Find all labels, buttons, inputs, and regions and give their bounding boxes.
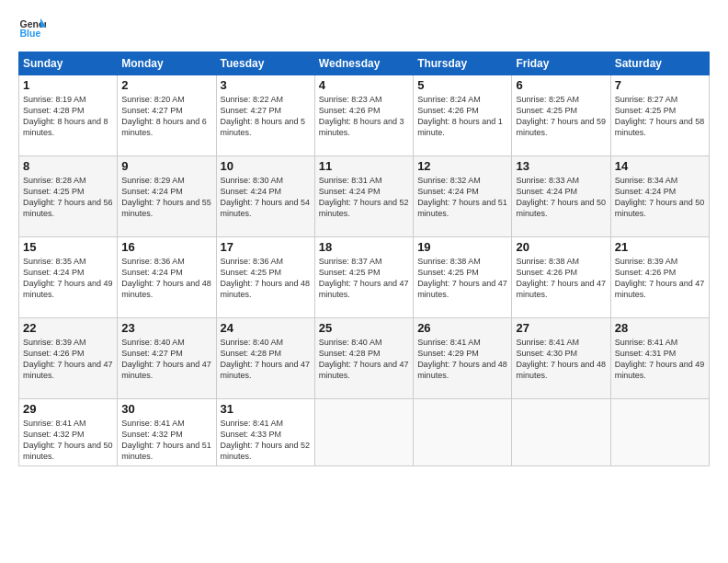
day-number: 25 xyxy=(319,321,409,335)
week-row-5: 29Sunrise: 8:41 AMSunset: 4:32 PMDayligh… xyxy=(19,399,710,466)
empty-cell xyxy=(414,399,512,466)
day-info: Sunrise: 8:40 AMSunset: 4:28 PMDaylight:… xyxy=(221,337,311,382)
day-info: Sunrise: 8:37 AMSunset: 4:25 PMDaylight:… xyxy=(319,256,409,301)
day-cell-12: 12Sunrise: 8:32 AMSunset: 4:24 PMDayligh… xyxy=(414,156,512,237)
day-number: 19 xyxy=(417,240,507,254)
day-number: 10 xyxy=(221,159,311,173)
day-cell-19: 19Sunrise: 8:38 AMSunset: 4:25 PMDayligh… xyxy=(414,237,512,318)
day-cell-21: 21Sunrise: 8:39 AMSunset: 4:26 PMDayligh… xyxy=(610,237,709,318)
day-number: 11 xyxy=(319,159,409,173)
day-info: Sunrise: 8:35 AMSunset: 4:24 PMDaylight:… xyxy=(23,256,113,301)
day-cell-30: 30Sunrise: 8:41 AMSunset: 4:32 PMDayligh… xyxy=(118,399,216,466)
day-cell-18: 18Sunrise: 8:37 AMSunset: 4:25 PMDayligh… xyxy=(314,237,413,318)
weekday-thursday: Thursday xyxy=(414,52,512,75)
day-number: 17 xyxy=(221,240,311,254)
day-number: 15 xyxy=(23,240,113,254)
day-info: Sunrise: 8:41 AMSunset: 4:32 PMDaylight:… xyxy=(23,418,113,463)
day-cell-25: 25Sunrise: 8:40 AMSunset: 4:28 PMDayligh… xyxy=(314,318,413,399)
day-cell-27: 27Sunrise: 8:41 AMSunset: 4:30 PMDayligh… xyxy=(512,318,610,399)
weekday-saturday: Saturday xyxy=(610,52,709,75)
day-number: 2 xyxy=(121,78,211,92)
day-cell-11: 11Sunrise: 8:31 AMSunset: 4:24 PMDayligh… xyxy=(314,156,413,237)
day-number: 31 xyxy=(221,402,311,416)
day-number: 18 xyxy=(319,240,409,254)
day-number: 30 xyxy=(121,402,211,416)
day-info: Sunrise: 8:41 AMSunset: 4:31 PMDaylight:… xyxy=(615,337,705,382)
day-number: 26 xyxy=(417,321,507,335)
week-row-1: 1Sunrise: 8:19 AMSunset: 4:28 PMDaylight… xyxy=(19,75,710,156)
day-info: Sunrise: 8:36 AMSunset: 4:24 PMDaylight:… xyxy=(121,256,211,301)
day-number: 23 xyxy=(121,321,211,335)
day-cell-6: 6Sunrise: 8:25 AMSunset: 4:25 PMDaylight… xyxy=(512,75,610,156)
day-info: Sunrise: 8:23 AMSunset: 4:26 PMDaylight:… xyxy=(319,94,409,139)
day-cell-22: 22Sunrise: 8:39 AMSunset: 4:26 PMDayligh… xyxy=(19,318,118,399)
day-number: 24 xyxy=(221,321,311,335)
logo-icon: General Blue xyxy=(18,15,46,42)
day-info: Sunrise: 8:36 AMSunset: 4:25 PMDaylight:… xyxy=(221,256,311,301)
day-info: Sunrise: 8:39 AMSunset: 4:26 PMDaylight:… xyxy=(23,337,113,382)
day-number: 22 xyxy=(23,321,113,335)
day-info: Sunrise: 8:33 AMSunset: 4:24 PMDaylight:… xyxy=(516,175,606,220)
day-number: 7 xyxy=(615,78,705,92)
day-info: Sunrise: 8:39 AMSunset: 4:26 PMDaylight:… xyxy=(615,256,705,301)
weekday-wednesday: Wednesday xyxy=(314,52,413,75)
day-info: Sunrise: 8:34 AMSunset: 4:24 PMDaylight:… xyxy=(615,175,705,220)
day-cell-1: 1Sunrise: 8:19 AMSunset: 4:28 PMDaylight… xyxy=(19,75,118,156)
day-cell-4: 4Sunrise: 8:23 AMSunset: 4:26 PMDaylight… xyxy=(314,75,413,156)
day-info: Sunrise: 8:38 AMSunset: 4:25 PMDaylight:… xyxy=(417,256,507,301)
day-info: Sunrise: 8:41 AMSunset: 4:29 PMDaylight:… xyxy=(417,337,507,382)
day-number: 8 xyxy=(23,159,113,173)
day-info: Sunrise: 8:25 AMSunset: 4:25 PMDaylight:… xyxy=(516,94,606,139)
day-cell-15: 15Sunrise: 8:35 AMSunset: 4:24 PMDayligh… xyxy=(19,237,118,318)
day-info: Sunrise: 8:40 AMSunset: 4:28 PMDaylight:… xyxy=(319,337,409,382)
day-cell-28: 28Sunrise: 8:41 AMSunset: 4:31 PMDayligh… xyxy=(610,318,709,399)
day-info: Sunrise: 8:32 AMSunset: 4:24 PMDaylight:… xyxy=(417,175,507,220)
day-cell-14: 14Sunrise: 8:34 AMSunset: 4:24 PMDayligh… xyxy=(610,156,709,237)
day-info: Sunrise: 8:41 AMSunset: 4:32 PMDaylight:… xyxy=(121,418,211,463)
day-cell-5: 5Sunrise: 8:24 AMSunset: 4:26 PMDaylight… xyxy=(414,75,512,156)
day-info: Sunrise: 8:24 AMSunset: 4:26 PMDaylight:… xyxy=(417,94,507,139)
svg-text:Blue: Blue xyxy=(20,28,41,39)
day-number: 21 xyxy=(615,240,705,254)
day-info: Sunrise: 8:27 AMSunset: 4:25 PMDaylight:… xyxy=(615,94,705,139)
day-number: 27 xyxy=(516,321,606,335)
day-info: Sunrise: 8:28 AMSunset: 4:25 PMDaylight:… xyxy=(23,175,113,220)
day-cell-29: 29Sunrise: 8:41 AMSunset: 4:32 PMDayligh… xyxy=(19,399,118,466)
day-info: Sunrise: 8:19 AMSunset: 4:28 PMDaylight:… xyxy=(23,94,113,139)
day-number: 9 xyxy=(121,159,211,173)
day-number: 13 xyxy=(516,159,606,173)
empty-cell xyxy=(314,399,413,466)
day-cell-31: 31Sunrise: 8:41 AMSunset: 4:33 PMDayligh… xyxy=(216,399,314,466)
day-number: 16 xyxy=(121,240,211,254)
weekday-sunday: Sunday xyxy=(19,52,118,75)
day-number: 12 xyxy=(417,159,507,173)
calendar-page: General Blue SundayMondayTuesdayWednesda… xyxy=(0,0,728,563)
day-info: Sunrise: 8:22 AMSunset: 4:27 PMDaylight:… xyxy=(221,94,311,139)
day-info: Sunrise: 8:40 AMSunset: 4:27 PMDaylight:… xyxy=(121,337,211,382)
calendar-table: SundayMondayTuesdayWednesdayThursdayFrid… xyxy=(18,52,710,466)
day-info: Sunrise: 8:30 AMSunset: 4:24 PMDaylight:… xyxy=(221,175,311,220)
day-cell-7: 7Sunrise: 8:27 AMSunset: 4:25 PMDaylight… xyxy=(610,75,709,156)
day-cell-20: 20Sunrise: 8:38 AMSunset: 4:26 PMDayligh… xyxy=(512,237,610,318)
header: General Blue xyxy=(18,15,710,42)
day-number: 5 xyxy=(417,78,507,92)
day-number: 6 xyxy=(516,78,606,92)
weekday-header-row: SundayMondayTuesdayWednesdayThursdayFrid… xyxy=(19,52,710,75)
day-number: 4 xyxy=(319,78,409,92)
week-row-2: 8Sunrise: 8:28 AMSunset: 4:25 PMDaylight… xyxy=(19,156,710,237)
day-cell-24: 24Sunrise: 8:40 AMSunset: 4:28 PMDayligh… xyxy=(216,318,314,399)
logo: General Blue xyxy=(18,15,46,42)
weekday-tuesday: Tuesday xyxy=(216,52,314,75)
day-number: 28 xyxy=(615,321,705,335)
day-info: Sunrise: 8:29 AMSunset: 4:24 PMDaylight:… xyxy=(121,175,211,220)
day-number: 20 xyxy=(516,240,606,254)
day-cell-13: 13Sunrise: 8:33 AMSunset: 4:24 PMDayligh… xyxy=(512,156,610,237)
day-number: 29 xyxy=(23,402,113,416)
day-info: Sunrise: 8:41 AMSunset: 4:33 PMDaylight:… xyxy=(221,418,311,463)
weekday-friday: Friday xyxy=(512,52,610,75)
weekday-monday: Monday xyxy=(118,52,216,75)
day-cell-26: 26Sunrise: 8:41 AMSunset: 4:29 PMDayligh… xyxy=(414,318,512,399)
day-info: Sunrise: 8:41 AMSunset: 4:30 PMDaylight:… xyxy=(516,337,606,382)
day-cell-17: 17Sunrise: 8:36 AMSunset: 4:25 PMDayligh… xyxy=(216,237,314,318)
day-cell-16: 16Sunrise: 8:36 AMSunset: 4:24 PMDayligh… xyxy=(118,237,216,318)
